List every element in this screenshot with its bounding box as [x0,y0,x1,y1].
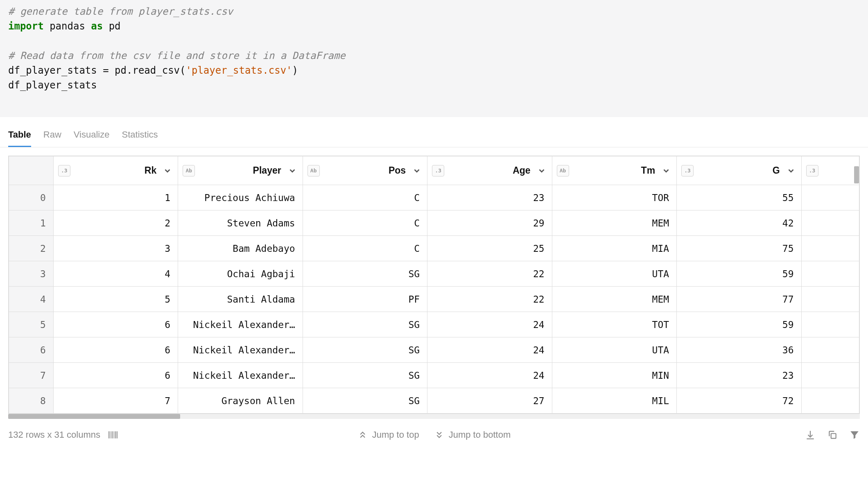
cell-rk: 4 [53,261,178,287]
jump-to-bottom-button[interactable]: Jump to bottom [434,430,511,440]
horizontal-scrollbar-thumb[interactable] [8,414,180,419]
table-row[interactable]: 12Steven AdamsC29MEM42 [9,210,859,236]
cell-player: Santi Aldama [178,287,303,312]
code-text: df_player_stats = pd.read_csv( [8,65,185,76]
cell-g: 72 [677,388,801,414]
index-cell: 4 [9,287,54,312]
table-row[interactable]: 34Ochai AgbajiSG22UTA59 [9,261,859,287]
cell-tm: UTA [552,261,676,287]
filter-icon[interactable] [849,430,860,440]
chevron-down-icon[interactable] [662,166,671,175]
table-row[interactable]: 56Nickeil Alexander…SG24TOT59 [9,312,859,337]
index-cell: 1 [9,210,54,236]
cell-player: Steven Adams [178,210,303,236]
tab-visualize[interactable]: Visualize [74,129,110,147]
column-name: Pos [389,165,406,176]
copy-icon[interactable] [827,430,838,440]
cell-rk: 6 [53,337,178,363]
table-footer: 132 rows x 31 columns Jump to top Jump t… [0,419,868,448]
table-row[interactable]: 01Precious AchiuwaC23TOR55 [9,185,859,210]
cell-pos: SG [303,312,427,337]
table-row[interactable]: 87Grayson AllenSG27MIL72 [9,388,859,414]
cell-age: 27 [427,388,552,414]
cell-player: Grayson Allen [178,388,303,414]
index-cell: 8 [9,388,54,414]
cell-pos: PF [303,287,427,312]
chevron-down-icon[interactable] [412,166,421,175]
cell-player: Nickeil Alexander… [178,337,303,363]
cell-age: 24 [427,312,552,337]
type-badge-text: Ab [307,165,320,176]
cell-age: 25 [427,236,552,261]
chevron-down-icon[interactable] [163,166,172,175]
cell-g: 36 [677,337,801,363]
column-name: G [773,165,780,176]
cell-extra [801,261,859,287]
cell-g: 55 [677,185,801,210]
column-name: Age [513,165,530,176]
index-header[interactable] [9,156,54,185]
table-row[interactable]: 76Nickeil Alexander…SG24MIN23 [9,363,859,388]
code-string: 'player_stats.csv' [185,65,292,76]
type-badge-numeric: .3 [681,165,694,176]
cell-rk: 6 [53,363,178,388]
code-comment: # Read data from the csv file and store … [8,50,346,61]
column-header-g[interactable]: .3 G [677,156,801,185]
column-header-pos[interactable]: Ab Pos [303,156,427,185]
cell-pos: C [303,210,427,236]
table-row[interactable]: 23Bam AdebayoC25MIA75 [9,236,859,261]
tab-label: Visualize [74,129,110,140]
cell-player: Precious Achiuwa [178,185,303,210]
index-cell: 2 [9,236,54,261]
cell-player: Nickeil Alexander… [178,363,303,388]
barcode-icon[interactable] [108,430,118,440]
column-header-extra[interactable]: .3 [801,156,859,185]
code-comment: # generate table from player_stats.csv [8,6,233,17]
cell-rk: 5 [53,287,178,312]
column-header-player[interactable]: Ab Player [178,156,303,185]
table-row[interactable]: 45Santi AldamaPF22MEM77 [9,287,859,312]
tab-raw[interactable]: Raw [43,129,61,147]
tab-label: Raw [43,129,61,140]
code-keyword: import [8,20,44,32]
cell-age: 24 [427,337,552,363]
cell-age: 22 [427,261,552,287]
column-header-age[interactable]: .3 Age [427,156,552,185]
cell-tm: MIA [552,236,676,261]
cell-tm: MEM [552,287,676,312]
cell-extra [801,312,859,337]
vertical-scrollbar-thumb[interactable] [854,166,859,183]
tab-statistics[interactable]: Statistics [122,129,158,147]
chevron-down-icon[interactable] [288,166,297,175]
svg-rect-0 [108,431,109,438]
download-icon[interactable] [805,430,816,440]
code-text: ) [292,65,298,76]
cell-g: 77 [677,287,801,312]
cell-age: 22 [427,287,552,312]
svg-rect-1 [111,431,111,438]
cell-extra [801,363,859,388]
cell-extra [801,337,859,363]
table-row[interactable]: 66Nickeil Alexander…SG24UTA36 [9,337,859,363]
chevron-down-icon[interactable] [537,166,546,175]
cell-extra [801,185,859,210]
code-text: df_player_stats [8,79,97,91]
index-cell: 3 [9,261,54,287]
cell-rk: 6 [53,312,178,337]
cell-extra [801,210,859,236]
jump-to-top-button[interactable]: Jump to top [357,430,419,440]
tab-label: Statistics [122,129,158,140]
cell-pos: SG [303,388,427,414]
column-header-rk[interactable]: .3 Rk [53,156,178,185]
cell-tm: TOR [552,185,676,210]
double-chevron-up-icon [357,430,368,440]
code-cell[interactable]: # generate table from player_stats.csv i… [0,0,868,117]
type-badge-text: Ab [183,165,195,176]
horizontal-scrollbar[interactable] [8,414,860,419]
row-column-count: 132 rows x 31 columns [8,430,100,440]
svg-rect-2 [112,431,113,438]
chevron-down-icon[interactable] [787,166,796,175]
cell-tm: MIN [552,363,676,388]
column-header-tm[interactable]: Ab Tm [552,156,676,185]
tab-table[interactable]: Table [8,129,31,147]
